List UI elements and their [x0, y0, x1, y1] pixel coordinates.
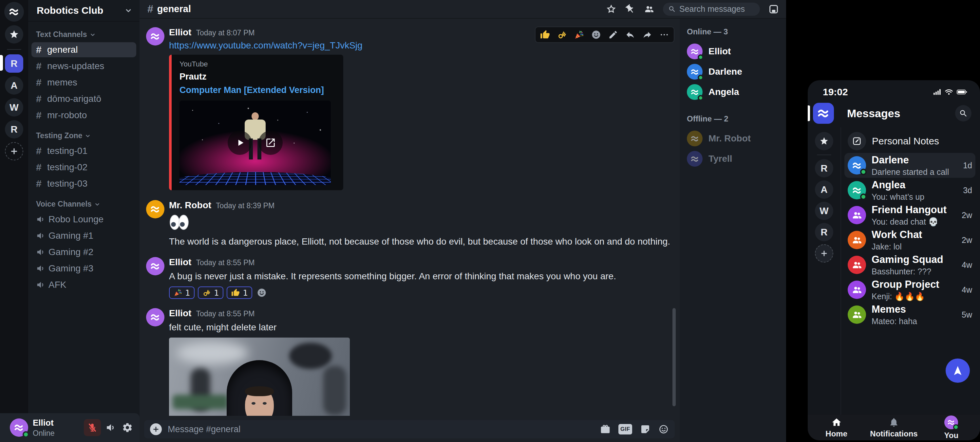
message-author[interactable]: Elliot: [169, 257, 191, 267]
channel-testing-01[interactable]: #testing-01: [32, 143, 136, 159]
server-item-3[interactable]: W: [5, 98, 23, 116]
ok-hand-react-button[interactable]: [557, 30, 567, 40]
channel-general[interactable]: #general: [32, 42, 136, 57]
message-author[interactable]: Elliot: [169, 27, 191, 38]
add-server-button[interactable]: [815, 244, 833, 262]
add-server-button[interactable]: [5, 142, 23, 161]
gift-button[interactable]: [600, 424, 611, 434]
message-input[interactable]: [168, 425, 595, 434]
settings-button[interactable]: [122, 422, 133, 433]
reaction-party-popper[interactable]: 1: [169, 286, 194, 299]
server-item-2[interactable]: A: [815, 180, 833, 199]
search-button[interactable]: [955, 105, 972, 121]
add-reaction-button[interactable]: [257, 288, 267, 297]
attached-image[interactable]: [169, 337, 350, 416]
favourite-channel-button[interactable]: [606, 4, 616, 14]
server-item-robotics-club[interactable]: R: [5, 54, 23, 73]
members-toggle-button[interactable]: [644, 4, 654, 14]
more-options-button[interactable]: [659, 30, 669, 40]
server-header[interactable]: Robotics Club: [28, 0, 140, 22]
avatar[interactable]: [146, 257, 164, 275]
user-status: Online: [33, 429, 84, 438]
group-icon: [852, 285, 862, 295]
forward-button[interactable]: [642, 30, 652, 40]
sticker-picker-button[interactable]: [640, 424, 651, 434]
nav-you[interactable]: You: [923, 415, 980, 440]
conversation-memes[interactable]: Memes Mateo: haha 5w: [845, 302, 975, 327]
thumbs-up-icon: [231, 288, 240, 297]
inbox-panel-button[interactable]: [768, 4, 779, 14]
embed-title[interactable]: Computer Man [Extended Version]: [180, 85, 337, 95]
member-darlene[interactable]: Darlene: [687, 62, 786, 81]
conversation-friend-hangout[interactable]: Friend Hangout You: dead chat 💀 2w: [845, 203, 975, 227]
category-testing-zone[interactable]: Testing Zone: [36, 131, 140, 140]
member-angela[interactable]: Angela: [687, 82, 786, 102]
pinned-messages-button[interactable]: [625, 4, 635, 14]
conversation-group-project[interactable]: Group Project Kenji: 🔥🔥🔥 4w: [845, 277, 975, 302]
server-item-2[interactable]: A: [5, 76, 23, 95]
reaction-thumbs-up[interactable]: 1: [227, 286, 252, 299]
open-external-button[interactable]: [258, 130, 283, 155]
member-mr-robot[interactable]: Mr. Robot: [687, 129, 786, 148]
reply-button[interactable]: [625, 30, 635, 40]
conversation-anglea[interactable]: Anglea You: what’s up 3d: [845, 178, 975, 203]
nav-home[interactable]: Home: [808, 415, 865, 440]
avatar[interactable]: [146, 308, 164, 326]
server-item-4[interactable]: R: [5, 120, 23, 138]
channel-mr-roboto[interactable]: #mr-roboto: [32, 108, 136, 123]
microphone-mute-button[interactable]: [84, 419, 101, 436]
category-voice-channels[interactable]: Voice Channels: [36, 200, 140, 208]
gif-picker-button[interactable]: GIF: [618, 424, 632, 434]
avatar[interactable]: [146, 27, 164, 46]
channel-memes[interactable]: #memes: [32, 75, 136, 90]
play-video-button[interactable]: [228, 130, 252, 155]
youtube-link[interactable]: https://www.youtube.com/watch?v=jeg_TJvk…: [169, 40, 363, 51]
attach-file-button[interactable]: [150, 423, 162, 435]
conversation-work-chat[interactable]: Work Chat Jake: lol 2w: [845, 227, 975, 253]
voice-channel-gaming-3[interactable]: Gaming #3: [32, 261, 136, 276]
user-avatar[interactable]: [10, 418, 28, 437]
add-reaction-button[interactable]: [591, 30, 601, 40]
voice-channel-gaming-1[interactable]: Gaming #1: [32, 228, 136, 243]
member-elliot[interactable]: Elliot: [687, 41, 786, 61]
channel-testing-02[interactable]: #testing-02: [32, 160, 136, 175]
chat-scrollbar[interactable]: [673, 308, 676, 406]
edit-message-button[interactable]: [608, 30, 618, 40]
channel-domo-arigato[interactable]: #dōmo-arigatō: [32, 91, 136, 107]
search-input[interactable]: [679, 4, 755, 14]
message-author[interactable]: Mr. Robot: [169, 200, 211, 210]
channel-news-updates[interactable]: #news-updates: [32, 59, 136, 74]
deafen-button[interactable]: [105, 422, 117, 433]
app-logo[interactable]: [813, 103, 834, 124]
favourites-button[interactable]: [815, 132, 833, 150]
plus-icon: [152, 426, 159, 433]
favourites-button[interactable]: [5, 25, 23, 43]
message: Elliot Today at 8:55 PM felt cute, might…: [140, 304, 679, 416]
wave-logo-icon: [690, 154, 700, 164]
app-logo[interactable]: [4, 2, 24, 22]
conversation-gaming-squad[interactable]: Gaming Squad Basshunter: ??? 4w: [845, 253, 975, 277]
new-message-fab[interactable]: [946, 359, 970, 383]
category-text-channels[interactable]: Text Channels: [36, 30, 140, 39]
group-icon: [852, 235, 862, 246]
voice-channel-gaming-2[interactable]: Gaming #2: [32, 245, 136, 260]
thumbs-up-react-button[interactable]: [540, 30, 550, 40]
personal-notes-item[interactable]: Personal Notes: [845, 129, 975, 153]
server-item-3[interactable]: W: [815, 202, 833, 220]
channel-testing-03[interactable]: #testing-03: [32, 176, 136, 191]
avatar[interactable]: [146, 200, 164, 218]
member-tyrell[interactable]: Tyrell: [687, 149, 786, 169]
party-popper-react-button[interactable]: [574, 30, 584, 40]
nav-notifications[interactable]: Notifications: [865, 415, 922, 440]
reaction-ok-hand[interactable]: 1: [198, 286, 223, 299]
message-author[interactable]: Elliot: [169, 308, 191, 319]
conversation-darlene[interactable]: Darlene Darlene started a call 1d: [845, 153, 975, 178]
emoji-picker-button[interactable]: [659, 424, 669, 434]
server-item-4[interactable]: R: [815, 223, 833, 241]
voice-channel-afk[interactable]: AFK: [32, 277, 136, 293]
avatar: [944, 415, 958, 429]
voice-channel-robo-lounge[interactable]: Robo Lounge: [32, 212, 136, 227]
mobile-app: 19:02 Messages R A W R: [808, 80, 980, 440]
search-box[interactable]: [663, 3, 760, 16]
server-item-1[interactable]: R: [815, 159, 833, 178]
